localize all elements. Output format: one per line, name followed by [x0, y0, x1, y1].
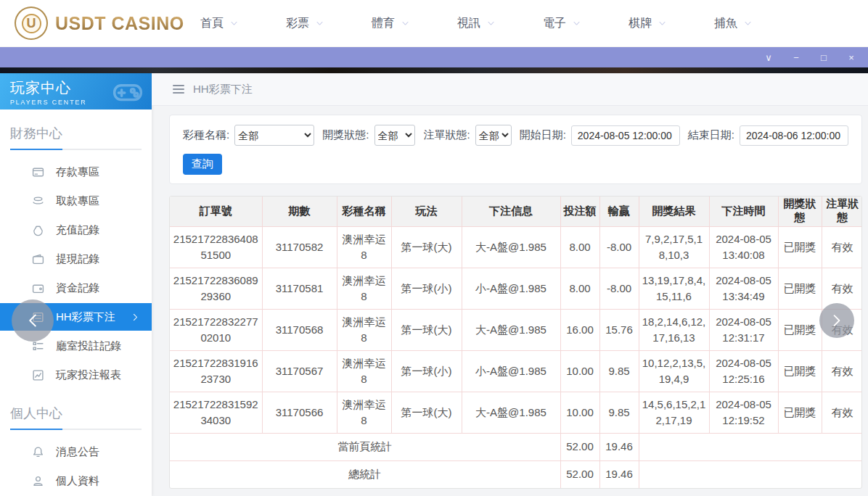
- nav-item-6[interactable]: 棋牌: [629, 16, 666, 31]
- nav-item-label: 體育: [372, 16, 395, 31]
- table-row: 215217228360892936031170581澳洲幸运8第一球(小)小-…: [170, 268, 862, 309]
- nav-item-label: 彩票: [286, 16, 309, 31]
- column-header: 下注時間: [709, 197, 778, 226]
- menu-icon[interactable]: [173, 85, 184, 94]
- nav-item-7[interactable]: 捕魚: [714, 16, 752, 31]
- table-row: 215217228322770201031170568澳洲幸运8第一球(大)大-…: [170, 309, 862, 350]
- banner-strip: [0, 67, 868, 73]
- report-icon: [32, 369, 44, 381]
- summary-winloss-total: 19.46: [599, 433, 639, 460]
- summary-label: 當前頁統計: [170, 433, 560, 460]
- chevron-down-icon: [487, 20, 495, 28]
- window-titlebar: ∨−□×: [0, 47, 868, 67]
- section-divider: [10, 149, 142, 150]
- sidebar-item-withdraw-record[interactable]: 提現記錄: [0, 244, 152, 273]
- table-cell: 澳洲幸运8: [337, 226, 391, 268]
- person-icon: [32, 475, 44, 487]
- summary-label: 總統計: [170, 460, 560, 488]
- table-cell: 10,12,2,13,5,19,4,9: [639, 350, 709, 392]
- chevron-right-icon: [829, 313, 845, 328]
- logo-monogram: U: [22, 14, 41, 33]
- sidebar-item-report[interactable]: 玩家投注報表: [0, 360, 152, 389]
- filter-panel: 彩種名稱: 全部 開獎狀態: 全部 注單狀態: 全部 開始日期: 結束日期: 查…: [169, 115, 862, 184]
- nav-item-label: 捕魚: [714, 16, 737, 31]
- recharge-bag-icon: [32, 224, 44, 236]
- table-cell: 7,9,2,17,5,18,10,3: [639, 226, 709, 268]
- column-header: 輸贏: [599, 197, 639, 226]
- nav-item-5[interactable]: 電子: [543, 16, 581, 31]
- sidebar-item-label: 資金記錄: [56, 281, 99, 295]
- start-date-input[interactable]: [571, 125, 680, 146]
- hall-record-icon: [32, 340, 44, 352]
- table-cell: 2024-08-05 12:19:52: [709, 392, 778, 433]
- table-cell: -8.00: [599, 268, 639, 309]
- nav-item-4[interactable]: 視訊: [457, 16, 495, 31]
- table-cell: 已開獎: [778, 226, 822, 268]
- start-date-label: 開始日期:: [520, 128, 566, 142]
- chevron-down-icon: [573, 20, 581, 28]
- table-cell: 有效: [822, 392, 862, 433]
- chevron-down-icon: [316, 20, 324, 28]
- section-title-2: 個人中心: [0, 405, 152, 422]
- sidebar-item-recharge-bag[interactable]: 充值記錄: [0, 215, 152, 244]
- end-date-input[interactable]: [740, 125, 848, 146]
- table-cell: 已開獎: [778, 268, 822, 309]
- chevron-down-icon: [401, 20, 409, 28]
- draw-status-select[interactable]: 全部: [374, 125, 416, 146]
- chevron-down-icon[interactable]: ∨: [763, 53, 774, 62]
- maximize-icon[interactable]: □: [819, 53, 829, 62]
- table-cell: 大-A盤@1.985: [462, 392, 560, 433]
- chevron-right-icon: [131, 313, 140, 322]
- table-cell: 31170567: [262, 350, 337, 392]
- table-cell: 2152172283640851500: [170, 226, 262, 268]
- table-cell: 9.85: [599, 392, 639, 433]
- nav-item-label: 電子: [543, 16, 566, 31]
- table-cell: 2152172283191623730: [170, 350, 262, 392]
- column-header: 開獎狀態: [778, 197, 822, 226]
- collapse-left-button[interactable]: [12, 299, 54, 342]
- close-icon[interactable]: ×: [846, 53, 856, 62]
- lottery-type-select[interactable]: 全部: [234, 125, 314, 146]
- chevron-left-icon: [24, 312, 41, 329]
- nav-item-label: 棋牌: [629, 16, 652, 31]
- chevron-down-icon: [658, 20, 666, 28]
- withdraw-record-icon: [32, 253, 44, 265]
- table-cell: 8.00: [560, 226, 599, 268]
- sidebar-item-label: 廳室投註記錄: [56, 339, 121, 353]
- table-cell: 2152172283227702010: [170, 309, 262, 350]
- sidebar-item-withdraw-hand[interactable]: 取款專區: [0, 186, 152, 215]
- table-cell: 18,2,14,6,12,17,16,13: [639, 309, 709, 350]
- nav-item-1[interactable]: 首頁: [200, 16, 238, 31]
- bets-table: 訂單號期數彩種名稱玩法下注信息投注額輸贏開獎結果下注時間開獎狀態注單狀態 215…: [170, 197, 862, 488]
- chevron-down-icon: [230, 20, 238, 28]
- table-cell: -8.00: [599, 226, 639, 268]
- sidebar-item-person[interactable]: 個人資料: [0, 466, 152, 495]
- nav-item-3[interactable]: 體育: [372, 16, 409, 31]
- scroll-right-button[interactable]: [819, 303, 854, 338]
- chevron-down-icon: [401, 20, 409, 28]
- sidebar-item-bell[interactable]: 消息公告: [0, 437, 152, 466]
- table-cell: 澳洲幸运8: [337, 268, 391, 309]
- summary-row: 總統計52.0019.46: [170, 460, 862, 488]
- table-cell: 第一球(大): [391, 226, 462, 268]
- chevron-down-icon: [316, 20, 324, 28]
- sidebar-item-deposit-card[interactable]: 存款專區: [0, 157, 152, 186]
- order-status-select[interactable]: 全部: [475, 125, 512, 146]
- nav-item-2[interactable]: 彩票: [286, 16, 324, 31]
- nav-item-label: 視訊: [457, 16, 480, 31]
- table-cell: 2024-08-05 12:31:17: [709, 309, 778, 350]
- chevron-down-icon: [744, 20, 752, 28]
- table-cell: 2152172283608929360: [170, 268, 262, 309]
- table-cell: 第一球(小): [391, 268, 462, 309]
- search-button[interactable]: 查詢: [183, 154, 222, 175]
- table-row: 215217228319162373031170567澳洲幸运8第一球(小)小-…: [170, 350, 862, 392]
- column-header: 訂單號: [170, 197, 262, 226]
- column-header: 玩法: [391, 197, 462, 226]
- table-cell: 10.00: [560, 350, 599, 392]
- minimize-icon[interactable]: −: [791, 53, 801, 62]
- funds-record-icon: [32, 282, 44, 294]
- sidebar-item-funds-record[interactable]: 資金記錄: [0, 273, 152, 302]
- top-header: U USDT CASINO 首頁彩票體育視訊電子棋牌捕魚: [0, 0, 868, 47]
- sidebar-item-label: 消息公告: [56, 445, 99, 459]
- table-cell: 小-A盤@1.985: [462, 350, 560, 392]
